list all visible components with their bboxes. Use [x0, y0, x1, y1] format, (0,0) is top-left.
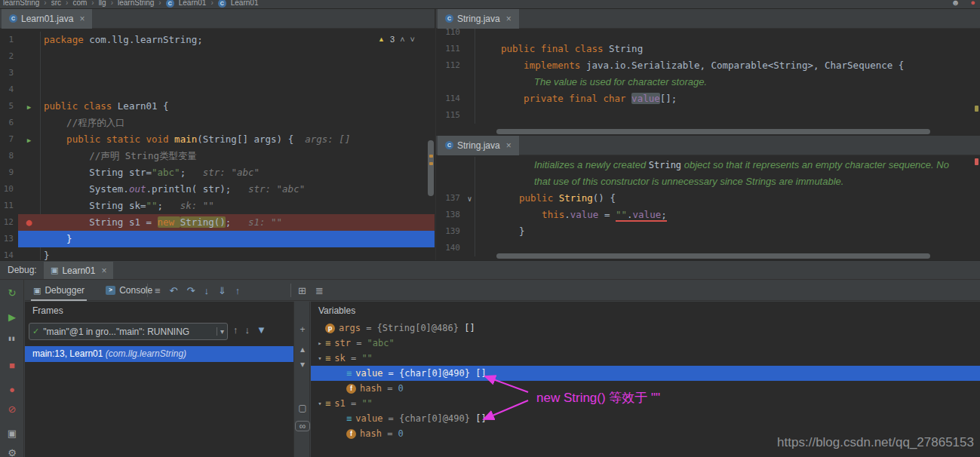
- code-line[interactable]: 2: [0, 48, 435, 65]
- code-line[interactable]: 3: [0, 65, 435, 81]
- line-number: 6: [0, 115, 18, 131]
- vertical-scrollbar[interactable]: [428, 140, 434, 196]
- tab-string-java-top[interactable]: C String.java ×: [438, 9, 519, 29]
- rerun-icon[interactable]: ↻: [0, 287, 24, 299]
- code-line[interactable]: 8 //声明 String类型变量: [0, 148, 435, 164]
- breadcrumb-item[interactable]: Learn01: [179, 0, 207, 9]
- close-icon[interactable]: ×: [101, 265, 106, 276]
- camera-icon[interactable]: ▣: [0, 428, 24, 439]
- breadcrumb-item[interactable]: com: [72, 0, 87, 9]
- chevron-down-icon[interactable]: ▾: [315, 354, 325, 362]
- tab-string-java-bottom[interactable]: C String.java ×: [438, 136, 519, 155]
- horizontal-scrollbar[interactable]: [496, 129, 930, 134]
- user-icon[interactable]: ☻: [951, 0, 960, 7]
- tab-learn01-java[interactable]: C Learn01.java ×: [2, 9, 92, 29]
- code-line[interactable]: 1package com.llg.learnString;: [0, 32, 435, 48]
- code-line[interactable]: The value is used for character storage.: [436, 74, 980, 90]
- prev-warning-icon[interactable]: ˄: [400, 35, 404, 44]
- step-out-icon[interactable]: ↑: [235, 285, 241, 296]
- filter-frames-icon[interactable]: ▼: [257, 324, 266, 336]
- tab-debugger[interactable]: ▣Debugger: [31, 280, 87, 301]
- code-line[interactable]: 139}: [436, 223, 980, 240]
- code-line[interactable]: that use of this constructor is unnecess…: [436, 173, 980, 190]
- variable-row[interactable]: ≡value = {char[0]@490} []: [311, 411, 980, 426]
- code-line[interactable]: 112 implements java.io.Serializable, Com…: [436, 57, 980, 74]
- next-warning-icon[interactable]: ˅: [410, 35, 415, 44]
- code-line[interactable]: 138 this.value = "".value;: [436, 207, 980, 223]
- debug-aux-toolbar: +▴▾▢∞: [295, 302, 310, 457]
- scroll-up-icon[interactable]: ▴: [295, 344, 310, 354]
- stripe-mark[interactable]: [975, 106, 978, 112]
- breadcrumb-item[interactable]: src: [51, 0, 61, 9]
- breadcrumb-item[interactable]: learnString: [3, 0, 39, 9]
- code-line[interactable]: 5▶public class Learn01 {: [0, 98, 435, 115]
- variable-row[interactable]: pargs = {String[0]@486} []: [311, 321, 980, 336]
- code-line[interactable]: 137∨public String() {: [436, 190, 980, 207]
- variable-row[interactable]: fhash = 0: [311, 381, 980, 396]
- thread-selector[interactable]: ✓ "main"@1 in gro..."main": RUNNING ▾: [29, 323, 228, 340]
- variable-row[interactable]: ▸≡str = "abc": [311, 336, 980, 351]
- code-line[interactable]: Initializes a newly created String objec…: [436, 157, 980, 173]
- horizontal-scrollbar[interactable]: [496, 253, 930, 259]
- force-step-into-icon[interactable]: ⇓: [218, 285, 226, 296]
- step-into-icon[interactable]: ↓: [204, 285, 209, 296]
- variable-row[interactable]: ▾≡sk = "": [311, 351, 980, 366]
- run-button-icon[interactable]: ▶: [27, 136, 31, 144]
- code-line[interactable]: 114 private final char value[];: [436, 90, 980, 107]
- add-watch-icon[interactable]: +: [295, 324, 310, 335]
- chevron-down-icon[interactable]: ▾: [315, 400, 325, 407]
- fold-icon[interactable]: ∨: [467, 195, 472, 203]
- code-line[interactable]: 11 String sk=""; sk: "": [0, 198, 435, 214]
- settings-gear-icon[interactable]: ⚙: [0, 447, 24, 457]
- record-icon[interactable]: ●: [970, 0, 975, 7]
- close-icon[interactable]: ×: [506, 140, 512, 151]
- breadcrumb-item[interactable]: learnString: [118, 0, 154, 9]
- chevron-right-icon[interactable]: ▸: [315, 339, 325, 347]
- error-stripe-mark[interactable]: [975, 158, 978, 165]
- scroll-down-icon[interactable]: ▾: [295, 359, 310, 370]
- code-line[interactable]: 6 //程序的入口: [0, 115, 435, 131]
- stack-frame-row[interactable]: main:13, Learn01 (com.llg.learnString): [25, 346, 293, 362]
- breakpoint-icon[interactable]: ●: [26, 216, 32, 228]
- code-line[interactable]: 12● String s1 = new String(); s1: "": [0, 214, 435, 231]
- close-icon[interactable]: ×: [506, 14, 512, 24]
- line-number: 13: [0, 231, 18, 247]
- code-line[interactable]: 10 System.out.println( str); str: "abc": [0, 181, 435, 198]
- code-line[interactable]: 4: [0, 81, 435, 98]
- editor-tabbar: C String.java ×: [436, 9, 980, 29]
- variable-row[interactable]: ▾≡s1 = "": [311, 396, 980, 411]
- show-execution-point-icon[interactable]: ↶: [170, 285, 178, 296]
- stop-icon[interactable]: ■: [0, 360, 24, 371]
- inspection-widget: ▲ 3 ˄ ˅: [378, 35, 415, 44]
- code-line[interactable]: 111public final class String: [436, 41, 980, 57]
- warning-stripe-mark[interactable]: [429, 162, 433, 165]
- resume-icon[interactable]: ▶: [0, 311, 24, 323]
- view-breakpoints-icon[interactable]: ⊞: [298, 285, 306, 296]
- code-line[interactable]: 7▶ public static void main(String[] args…: [0, 131, 435, 148]
- code-text: that use of this constructor is unnecess…: [475, 173, 980, 190]
- layout-menu-icon[interactable]: ≡: [155, 285, 161, 296]
- variable-row[interactable]: ≡value = {char[0]@490} []: [311, 366, 980, 381]
- code-line[interactable]: 115: [436, 107, 980, 124]
- breadcrumb-item[interactable]: Learn01: [231, 0, 259, 9]
- code-line[interactable]: 14}: [0, 247, 435, 260]
- run-button-icon[interactable]: ▶: [27, 103, 31, 111]
- frame-down-icon[interactable]: ↓: [245, 324, 250, 336]
- mute-breakpoints-icon[interactable]: ⊘: [0, 403, 24, 415]
- breadcrumb-item[interactable]: llg: [99, 0, 106, 9]
- thread-view-icon[interactable]: ≣: [315, 285, 324, 296]
- warning-stripe-mark[interactable]: [429, 155, 433, 158]
- pause-icon[interactable]: ▮▮: [0, 336, 24, 342]
- code-text: private final char value[];: [475, 90, 980, 107]
- close-icon[interactable]: ×: [79, 14, 84, 24]
- copy-frame-icon[interactable]: ▢: [295, 403, 310, 413]
- step-over-icon[interactable]: ↷: [187, 285, 195, 296]
- breakpoints-icon[interactable]: ●: [0, 384, 24, 395]
- code-token: }: [519, 225, 525, 237]
- inline-values-icon[interactable]: ∞: [295, 421, 310, 431]
- code-text: String sk=""; sk: "": [41, 198, 435, 214]
- debug-session-tab[interactable]: ▣ Learn01 ×: [44, 262, 113, 279]
- code-line[interactable]: 13 }: [0, 231, 435, 247]
- code-line[interactable]: 9 String str="abc"; str: "abc": [0, 164, 435, 181]
- frame-up-icon[interactable]: ↑: [233, 324, 238, 336]
